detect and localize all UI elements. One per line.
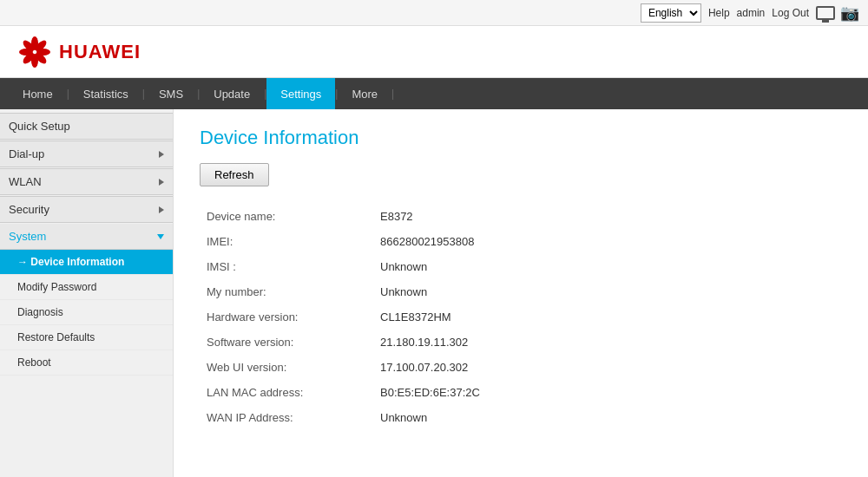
sidebar-security-arrow [159,206,164,213]
refresh-button[interactable]: Refresh [200,163,269,186]
sidebar-wlan-label: WLAN [9,175,42,188]
nav-sms[interactable]: SMS [145,78,197,109]
table-row: LAN MAC address:B0:E5:ED:6E:37:2C [200,380,842,405]
camera-icon[interactable]: 📷 [840,3,859,23]
sidebar-dialup[interactable]: Dial-up [0,140,173,167]
table-row: IMSI :Unknown [200,254,842,279]
field-value: 17.100.07.20.302 [373,355,842,380]
nav-settings[interactable]: Settings [266,78,335,109]
field-value: B0:E5:ED:6E:37:2C [373,380,842,405]
nav-more[interactable]: More [338,78,391,109]
device-info-table: Device name:E8372IMEI:866280021953808IMS… [200,204,842,430]
sidebar-wlan-arrow [159,179,164,186]
page-title: Device Information [200,127,842,149]
field-label: IMEI: [200,229,373,254]
monitor-icon[interactable] [816,6,835,20]
sidebar-quick-setup[interactable]: Quick Setup [0,113,173,140]
table-row: IMEI:866280021953808 [200,229,842,254]
field-label: My number: [200,279,373,304]
table-row: Hardware version:CL1E8372HM [200,304,842,330]
nav-update[interactable]: Update [200,78,264,109]
nav-sep-6: | [391,88,394,100]
field-label: LAN MAC address: [200,380,373,405]
field-label: Device name: [200,204,373,229]
brand-name: HUAWEI [59,41,141,63]
field-value: Unknown [373,254,842,279]
sidebar-diagnosis[interactable]: Diagnosis [0,300,173,325]
sidebar-quick-setup-label: Quick Setup [9,120,70,133]
sidebar-security[interactable]: Security [0,196,173,223]
sidebar-dialup-arrow [159,151,164,158]
sidebar-system-label-text: System [9,230,46,243]
sidebar-device-information[interactable]: Device Information [0,250,173,275]
field-label: Software version: [200,330,373,355]
field-label: Web UI version: [200,355,373,380]
table-row: Device name:E8372 [200,204,842,229]
sidebar-system[interactable]: System [0,224,173,250]
view-icons: 📷 [816,3,859,23]
field-label: Hardware version: [200,304,373,330]
huawei-logo-svg [17,35,52,69]
table-row: WAN IP Address:Unknown [200,405,842,430]
sidebar-restore-defaults[interactable]: Restore Defaults [0,325,173,350]
nav-home[interactable]: Home [9,78,67,109]
language-select[interactable]: English [641,3,701,23]
logout-link[interactable]: Log Out [772,7,809,19]
sidebar-reboot[interactable]: Reboot [0,350,173,376]
nav: Home | Statistics | SMS | Update | Setti… [0,78,868,109]
field-value: Unknown [373,279,842,304]
table-row: My number:Unknown [200,279,842,304]
sidebar-modify-password[interactable]: Modify Password [0,275,173,300]
top-bar: English Help admin Log Out 📷 [0,0,868,26]
field-value: CL1E8372HM [373,304,842,330]
admin-label: admin [737,7,766,19]
sidebar-wlan[interactable]: WLAN [0,168,173,195]
header: HUAWEI [0,26,868,78]
logo: HUAWEI [17,35,141,69]
help-link[interactable]: Help [708,7,730,19]
table-row: Software version:21.180.19.11.302 [200,330,842,355]
table-row: Web UI version:17.100.07.20.302 [200,355,842,380]
field-label: WAN IP Address: [200,405,373,430]
nav-statistics[interactable]: Statistics [69,78,142,109]
sidebar-system-arrow [157,234,164,239]
sidebar-dialup-label: Dial-up [9,147,44,160]
field-value: 866280021953808 [373,229,842,254]
field-label: IMSI : [200,254,373,279]
field-value: 21.180.19.11.302 [373,330,842,355]
sidebar-security-label: Security [9,203,49,216]
field-value: E8372 [373,204,842,229]
field-value: Unknown [373,405,842,430]
content: Device Information Refresh Device name:E… [174,109,868,477]
sidebar: Quick Setup Dial-up WLAN Security System… [0,109,174,477]
main: Quick Setup Dial-up WLAN Security System… [0,109,868,477]
